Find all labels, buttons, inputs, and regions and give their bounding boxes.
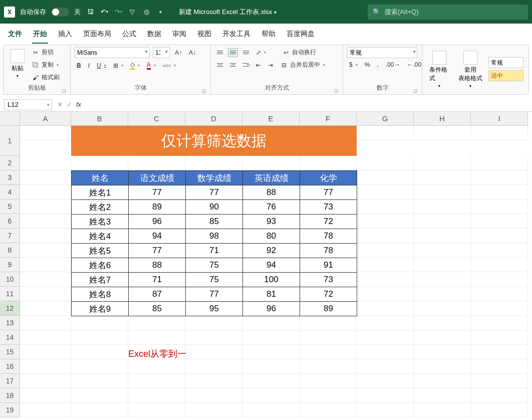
table-cell[interactable]: 98 (186, 229, 243, 244)
column-header[interactable]: C (128, 112, 185, 126)
cell[interactable] (471, 287, 528, 301)
cell[interactable] (242, 374, 300, 388)
column-header[interactable]: H (414, 112, 471, 126)
cell[interactable] (414, 287, 471, 301)
table-header[interactable]: 化学 (300, 171, 357, 185)
align-left-button[interactable] (215, 61, 225, 70)
cell[interactable] (471, 199, 528, 214)
select-all-corner[interactable] (0, 112, 20, 126)
cell[interactable] (357, 272, 414, 287)
row-header[interactable]: 12 (0, 301, 20, 316)
tab-插入[interactable]: 插入 (57, 28, 73, 44)
table-cell[interactable]: 71 (186, 244, 243, 258)
cell[interactable] (71, 374, 128, 388)
column-header[interactable]: F (300, 112, 357, 126)
row-header[interactable]: 1 (0, 126, 20, 156)
table-cell[interactable]: 77 (186, 287, 243, 302)
table-cell[interactable]: 72 (300, 215, 357, 229)
row-header[interactable]: 8 (0, 243, 20, 258)
increase-font-button[interactable]: A↑ (173, 48, 184, 57)
cell[interactable] (414, 374, 471, 388)
table-cell[interactable]: 100 (243, 273, 300, 287)
cell[interactable] (71, 403, 128, 417)
tab-公式[interactable]: 公式 (121, 28, 137, 44)
row-header[interactable]: 9 (0, 258, 20, 272)
cell[interactable] (300, 156, 357, 170)
table-cell[interactable]: 89 (300, 302, 357, 316)
cell[interactable] (242, 345, 300, 359)
table-format-button[interactable]: 套用 表格格式▾ (455, 49, 485, 90)
cell[interactable] (357, 258, 414, 272)
cell[interactable] (20, 243, 71, 258)
table-cell[interactable]: 72 (300, 287, 357, 302)
table-cell[interactable]: 80 (243, 229, 300, 244)
dialog-launcher-icon[interactable]: ◲ (334, 88, 339, 93)
cell[interactable] (300, 330, 357, 345)
cell[interactable] (20, 229, 71, 243)
cell[interactable] (357, 214, 414, 229)
cell[interactable] (20, 170, 71, 185)
table-header[interactable]: 语文成绩 (129, 171, 186, 185)
cell[interactable] (20, 330, 71, 345)
table-cell[interactable]: 76 (243, 200, 300, 215)
cell[interactable] (357, 229, 414, 243)
cell[interactable] (414, 126, 471, 140)
cell[interactable] (71, 330, 128, 345)
cancel-icon[interactable]: ✕ (57, 101, 63, 108)
align-center-button[interactable] (228, 61, 238, 70)
table-cell[interactable]: 94 (243, 258, 300, 273)
cell[interactable] (300, 316, 357, 330)
table-cell[interactable]: 姓名5 (72, 244, 129, 258)
cell[interactable] (20, 214, 71, 229)
table-cell[interactable]: 姓名4 (72, 229, 129, 244)
cell[interactable] (471, 272, 528, 287)
row-header[interactable]: 4 (0, 185, 20, 199)
cell[interactable] (471, 316, 528, 330)
cell[interactable] (300, 359, 357, 374)
fill-color-button[interactable]: ◇▾ (128, 60, 142, 71)
cell[interactable] (20, 301, 71, 316)
fx-icon[interactable]: fx (76, 101, 81, 108)
cell[interactable] (185, 374, 242, 388)
table-cell[interactable]: 88 (243, 185, 300, 200)
autosave-toggle[interactable] (51, 8, 69, 17)
decrease-font-button[interactable]: A↓ (187, 48, 198, 57)
decrease-decimal-button[interactable]: ←.00 (405, 60, 423, 69)
align-right-button[interactable] (241, 61, 251, 70)
cell[interactable] (414, 345, 471, 359)
table-cell[interactable]: 87 (129, 287, 186, 302)
conditional-format-button[interactable]: 条件格式▾ (426, 49, 452, 90)
increase-decimal-button[interactable]: .00→ (384, 60, 402, 69)
cell-style-neutral[interactable]: 适中 (488, 70, 523, 81)
cell[interactable] (20, 345, 71, 359)
table-cell[interactable]: 姓名1 (72, 185, 129, 200)
cell[interactable] (71, 359, 128, 374)
font-color-button[interactable]: A▾ (145, 60, 158, 71)
table-cell[interactable]: 77 (186, 185, 243, 200)
table-cell[interactable]: 85 (186, 215, 243, 229)
cell[interactable] (357, 316, 414, 330)
table-cell[interactable]: 姓名6 (72, 258, 129, 273)
tab-百度网盘[interactable]: 百度网盘 (286, 28, 316, 44)
cell[interactable] (414, 185, 471, 199)
cell[interactable] (20, 374, 71, 388)
cell[interactable] (414, 403, 471, 417)
cell[interactable] (71, 316, 128, 330)
cut-button[interactable]: ✂剪切 (30, 47, 62, 58)
table-cell[interactable]: 姓名3 (72, 215, 129, 229)
table-cell[interactable]: 95 (186, 302, 243, 316)
cell[interactable] (471, 258, 528, 272)
row-header[interactable]: 10 (0, 272, 20, 287)
table-cell[interactable]: 85 (129, 302, 186, 316)
cell[interactable] (20, 156, 71, 170)
decrease-indent-button[interactable]: ⇤ (254, 61, 263, 70)
cell[interactable] (242, 156, 300, 170)
cell[interactable] (471, 185, 528, 199)
table-cell[interactable]: 96 (129, 215, 186, 229)
row-header[interactable]: 2 (0, 156, 20, 170)
percent-button[interactable]: % (363, 60, 372, 69)
table-cell[interactable]: 77 (129, 185, 186, 200)
table-cell[interactable]: 75 (186, 273, 243, 287)
table-cell[interactable]: 88 (129, 258, 186, 273)
table-cell[interactable]: 姓名2 (72, 200, 129, 215)
